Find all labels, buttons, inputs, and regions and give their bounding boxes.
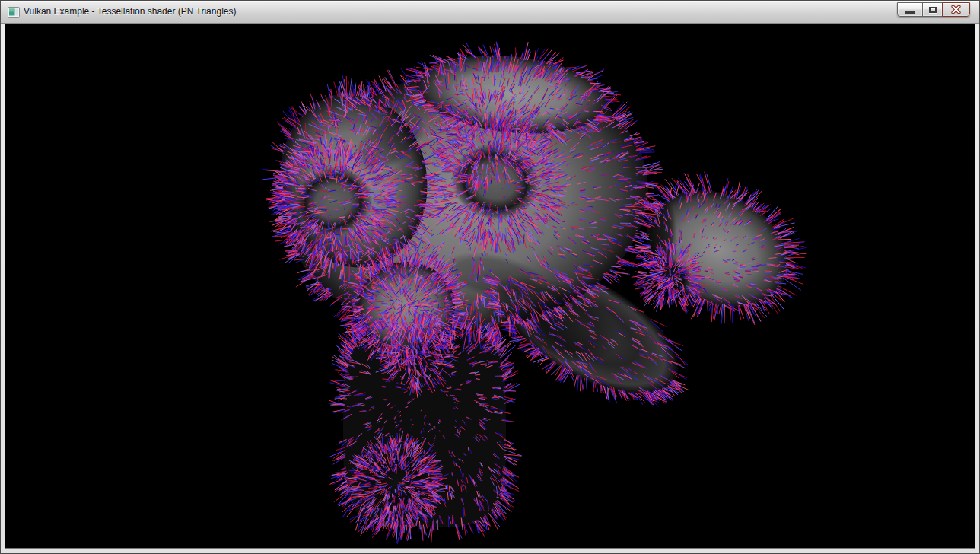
- titlebar[interactable]: Vulkan Example - Tessellation shader (PN…: [1, 1, 979, 24]
- app-icon: [8, 6, 20, 18]
- app-window: Vulkan Example - Tessellation shader (PN…: [0, 0, 980, 554]
- render-viewport[interactable]: [5, 24, 975, 549]
- window-title: Vulkan Example - Tessellation shader (PN…: [24, 1, 236, 23]
- close-button[interactable]: [942, 2, 970, 17]
- maximize-icon: [929, 7, 937, 13]
- close-icon: [951, 5, 961, 14]
- maximize-button[interactable]: [922, 2, 943, 17]
- minimize-icon: [905, 11, 915, 14]
- caption-buttons: [897, 2, 970, 17]
- window-frame: [1, 24, 979, 553]
- minimize-button[interactable]: [897, 2, 923, 17]
- tessellation-render-canvas[interactable]: [5, 24, 975, 549]
